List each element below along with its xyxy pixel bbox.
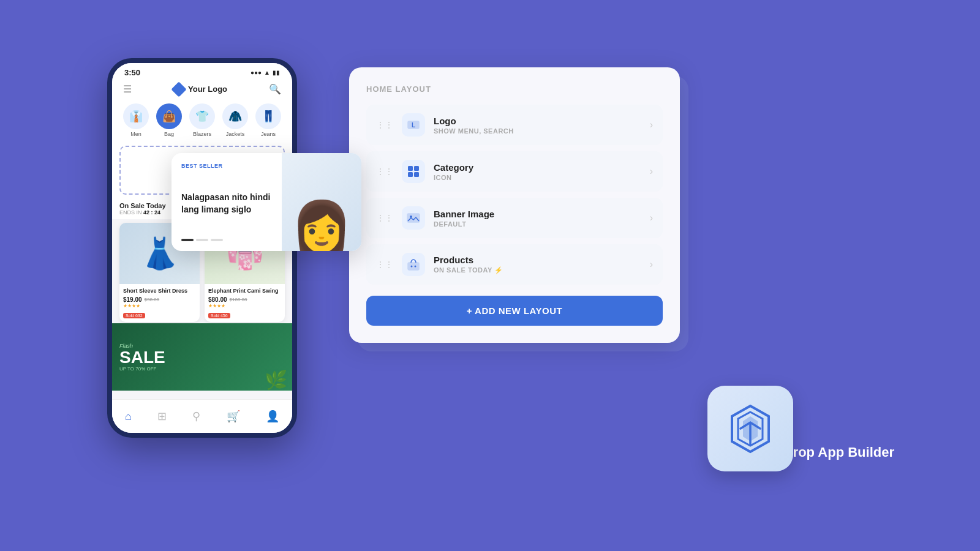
products-item-text: Products ON SALE TODAY ⚡ <box>434 255 650 274</box>
phone-bottom-nav: ⌂ ⊞ ⚲ 🛒 👤 <box>112 399 292 433</box>
category-label-bag: Bag <box>164 131 174 137</box>
product-name-1: Short Sleeve Shirt Dress <box>123 288 196 295</box>
nav-grid-icon[interactable]: ⊞ <box>157 410 167 423</box>
category-blazers[interactable]: 👕 Blazers <box>189 103 215 137</box>
drag-handle-category: ⋮⋮ <box>376 167 393 176</box>
products-layout-icon <box>402 253 425 276</box>
category-row: 👔 Men 👜 Bag 👕 Blazers 🧥 Jackets 👖 Jeans <box>112 99 292 142</box>
category-icon-jeans: 👖 <box>255 103 281 129</box>
layout-item-banner[interactable]: ⋮⋮ Banner Image DEFAULT › <box>366 198 663 238</box>
category-men[interactable]: 👔 Men <box>123 103 149 137</box>
search-icon[interactable]: 🔍 <box>269 83 281 95</box>
nav-profile-icon[interactable]: 👤 <box>266 410 279 423</box>
chevron-right-category: › <box>650 166 653 177</box>
svg-text:L: L <box>412 122 415 129</box>
svg-point-9 <box>411 266 413 268</box>
banner-item-text: Banner Image DEFAULT <box>434 209 650 228</box>
right-panel: HOME LAYOUT ⋮⋮ L Logo SHOW MENU, SEARCH … <box>349 67 766 343</box>
floating-card-content: BEST SELLER Nalagpasan nito hindi lang l… <box>172 153 282 251</box>
wifi-icon: ●●● <box>251 69 262 76</box>
category-bag[interactable]: 👜 Bag <box>156 103 182 137</box>
layout-card: HOME LAYOUT ⋮⋮ L Logo SHOW MENU, SEARCH … <box>349 67 680 343</box>
price-old-1: $38.00 <box>145 297 159 302</box>
product-info-1: Short Sleeve Shirt Dress $19.00 $38.00 ★… <box>119 284 200 322</box>
hamburger-icon[interactable]: ☰ <box>123 83 132 95</box>
drag-handle-products: ⋮⋮ <box>376 260 393 269</box>
product-name-2: Elephant Print Cami Swing <box>208 288 281 295</box>
category-icon-bag: 👜 <box>156 103 182 129</box>
sold-badge-2: Sold 456 <box>208 313 230 318</box>
floating-card-image: 👩 <box>282 153 361 251</box>
stars-2: ★★★★ <box>208 303 281 309</box>
category-layout-icon <box>402 160 425 183</box>
product-prices-1: $19.00 $38.00 <box>123 296 196 303</box>
flash-sale-banner: Flash SALE UP TO 70% OFF 🌿 <box>112 323 292 391</box>
sale-sub-text: UP TO 70% OFF <box>119 366 165 372</box>
price-current-1: $19.00 <box>123 296 142 303</box>
price-old-2: $100.00 <box>230 297 247 302</box>
category-jeans[interactable]: 👖 Jeans <box>255 103 281 137</box>
best-seller-badge: BEST SELLER <box>181 163 272 169</box>
phone-nav-bar: ☰ Your Logo 🔍 <box>112 80 292 99</box>
dot-3 <box>211 239 223 241</box>
model-figure-icon: 👩 <box>291 202 352 251</box>
drag-handle-logo: ⋮⋮ <box>376 120 393 130</box>
floating-best-seller-card: BEST SELLER Nalagpasan nito hindi lang l… <box>172 153 361 251</box>
category-item-sub: ICON <box>434 174 650 181</box>
svg-rect-8 <box>408 263 419 270</box>
add-new-layout-button[interactable]: + ADD NEW LAYOUT <box>366 296 663 326</box>
layout-item-category[interactable]: ⋮⋮ Category ICON › <box>366 151 663 192</box>
svg-rect-6 <box>407 214 420 222</box>
logo-item-text: Logo SHOW MENU, SEARCH <box>434 116 650 135</box>
app-icon <box>707 386 793 471</box>
signal-icon: ▲ <box>264 69 270 76</box>
app-icon-container <box>707 386 793 471</box>
category-item-name: Category <box>434 162 650 173</box>
product-info-2: Elephant Print Cami Swing $80.00 $100.00… <box>205 284 285 322</box>
phone-logo: Your Logo <box>173 84 227 95</box>
category-label-men: Men <box>130 131 141 137</box>
plant-decoration-icon: 🌿 <box>265 369 287 391</box>
dot-2 <box>196 239 208 241</box>
banner-layout-icon <box>402 206 425 230</box>
app-logo-svg <box>725 403 777 455</box>
logo-item-name: Logo <box>434 116 650 126</box>
svg-rect-2 <box>408 166 413 171</box>
drag-handle-banner: ⋮⋮ <box>376 213 393 223</box>
category-label-jackets: Jackets <box>226 131 245 137</box>
banner-item-name: Banner Image <box>434 209 650 219</box>
stars-1: ★★★★ <box>123 303 196 309</box>
layout-item-logo[interactable]: ⋮⋮ L Logo SHOW MENU, SEARCH › <box>366 105 663 145</box>
banner-item-sub: DEFAULT <box>434 220 650 228</box>
products-item-name: Products <box>434 255 650 265</box>
svg-rect-4 <box>408 172 413 177</box>
logo-item-sub: SHOW MENU, SEARCH <box>434 127 650 135</box>
category-item-text: Category ICON <box>434 162 650 181</box>
status-time: 3:50 <box>124 68 140 77</box>
category-label-jeans: Jeans <box>261 131 276 137</box>
logo-diamond-icon <box>171 81 186 97</box>
products-item-sub: ON SALE TODAY ⚡ <box>434 266 650 274</box>
svg-point-10 <box>415 266 417 268</box>
svg-rect-3 <box>414 166 419 171</box>
layout-item-products[interactable]: ⋮⋮ Products ON SALE TODAY ⚡ › <box>366 244 663 285</box>
sold-badge-1: Sold 632 <box>123 313 145 318</box>
status-bar: 3:50 ●●● ▲ ▮▮ <box>112 63 292 80</box>
ends-in-label: ENDS IN <box>119 209 142 216</box>
floating-card-title: Nalagpasan nito hindi lang limang siglo <box>181 192 272 216</box>
chevron-right-logo: › <box>650 119 653 130</box>
price-current-2: $80.00 <box>208 296 227 303</box>
nav-home-icon[interactable]: ⌂ <box>125 410 132 423</box>
timer-value: 42 : 24 <box>143 209 160 216</box>
chevron-right-banner: › <box>650 212 653 223</box>
battery-icon: ▮▮ <box>273 69 280 76</box>
chevron-right-products: › <box>650 259 653 270</box>
category-label-blazers: Blazers <box>193 131 211 137</box>
dot-1 <box>181 239 194 241</box>
product-prices-2: $80.00 $100.00 <box>208 296 281 303</box>
status-icons: ●●● ▲ ▮▮ <box>251 69 280 76</box>
nav-search-icon[interactable]: ⚲ <box>192 410 200 423</box>
nav-cart-icon[interactable]: 🛒 <box>227 410 240 423</box>
category-icon-blazers: 👕 <box>189 103 215 129</box>
category-jackets[interactable]: 🧥 Jackets <box>222 103 248 137</box>
